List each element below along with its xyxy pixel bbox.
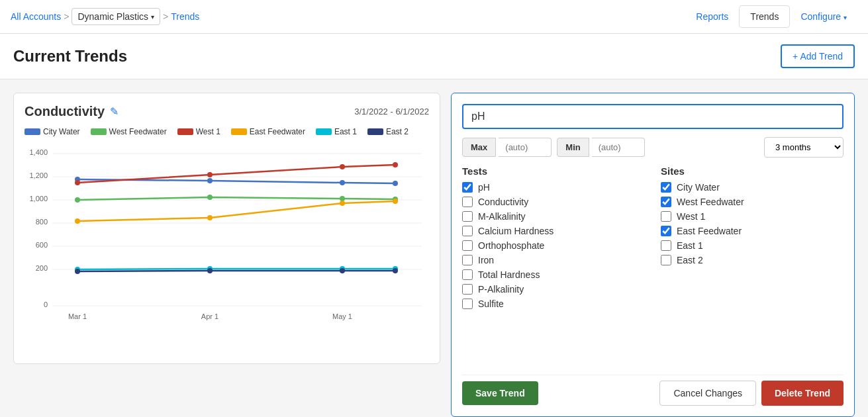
chart-header: Conductivity ✎ 3/1/2022 - 6/1/2022 (24, 104, 429, 119)
site-checkbox-city-water[interactable] (661, 182, 671, 193)
legend-label-east-2: East 2 (386, 127, 409, 136)
chart-title: Conductivity (24, 104, 105, 119)
site-item-east-1[interactable]: East 1 (661, 240, 844, 251)
site-checkbox-east-1[interactable] (661, 240, 671, 251)
svg-text:0: 0 (44, 301, 48, 308)
test-item-conductivity[interactable]: Conductivity (462, 197, 645, 207)
test-item-total-hardness[interactable]: Total Hardness (462, 269, 645, 280)
legend-item-east-feedwater: East Feedwater (231, 127, 305, 136)
svg-point-39 (340, 268, 345, 273)
trend-name-input[interactable] (462, 104, 844, 129)
svg-text:May 1: May 1 (332, 312, 352, 320)
chart-svg-container: 1,400 1,200 1,000 800 600 200 0 Mar 1 Ap… (24, 142, 429, 329)
svg-text:Mar 1: Mar 1 (68, 312, 87, 320)
chart-panel: Conductivity ✎ 3/1/2022 - 6/1/2022 City … (13, 93, 440, 364)
edit-icon[interactable]: ✎ (110, 105, 119, 118)
duration-select[interactable]: 3 months 1 month 6 months 1 year (764, 137, 844, 158)
svg-point-31 (340, 201, 345, 206)
main-content: Conductivity ✎ 3/1/2022 - 6/1/2022 City … (0, 79, 868, 417)
account-dropdown[interactable]: Dynamic Plastics ▾ (72, 8, 160, 25)
trend-editor-panel: Max Min 3 months 1 month 6 months 1 year… (451, 93, 855, 417)
legend-color-west-1 (177, 128, 193, 135)
delete-trend-button[interactable]: Delete Trend (761, 381, 844, 406)
svg-point-27 (340, 164, 345, 169)
test-checkbox-calcium-hardness[interactable] (462, 226, 473, 236)
legend-label-east-1: East 1 (334, 127, 357, 136)
min-input[interactable] (592, 138, 645, 157)
site-checkbox-east-2[interactable] (661, 255, 671, 265)
configure-nav-button[interactable]: Configure ▾ (790, 6, 857, 27)
legend-item-east-1: East 1 (316, 127, 357, 136)
svg-text:800: 800 (36, 218, 48, 226)
trends-link[interactable]: Trends (171, 11, 199, 22)
svg-point-28 (393, 162, 398, 167)
svg-point-23 (340, 196, 345, 201)
test-checkbox-p-alkalinity[interactable] (462, 284, 473, 295)
save-trend-button[interactable]: Save Trend (462, 381, 538, 405)
svg-point-26 (207, 172, 213, 177)
site-item-west-1[interactable]: West 1 (661, 211, 844, 222)
trends-nav-button[interactable]: Trends (739, 5, 790, 28)
test-item-m-alkalinity[interactable]: M-Alkalinity (462, 211, 645, 222)
legend-label-west-feedwater: West Feedwater (109, 127, 167, 136)
test-checkbox-orthophosphate[interactable] (462, 240, 473, 251)
site-checkbox-east-feedwater[interactable] (661, 226, 671, 236)
test-checkbox-iron[interactable] (462, 255, 473, 265)
svg-point-38 (207, 268, 213, 273)
legend-item-city-water: City Water (24, 127, 80, 136)
breadcrumb-sep-2: > (163, 11, 168, 22)
legend-item-east-2: East 2 (367, 127, 409, 136)
all-accounts-link[interactable]: All Accounts (11, 11, 61, 22)
breadcrumb: All Accounts > Dynamic Plastics ▾ > Tren… (11, 8, 199, 25)
test-item-p-alkalinity[interactable]: P-Alkalinity (462, 284, 645, 295)
test-checkbox-conductivity[interactable] (462, 197, 473, 207)
chart-svg: 1,400 1,200 1,000 800 600 200 0 Mar 1 Ap… (24, 142, 428, 327)
min-label: Min (557, 138, 589, 157)
range-controls: Max Min 3 months 1 month 6 months 1 year (462, 137, 844, 158)
svg-point-21 (75, 197, 80, 203)
legend-label-city-water: City Water (43, 127, 80, 136)
legend-color-west-feedwater (91, 128, 107, 135)
site-item-west-feedwater[interactable]: West Feedwater (661, 197, 844, 207)
svg-text:200: 200 (36, 264, 48, 272)
chart-date-range: 3/1/2022 - 6/1/2022 (354, 107, 429, 116)
min-group: Min (557, 138, 644, 157)
svg-text:600: 600 (36, 241, 48, 249)
page-title: Current Trends (13, 47, 127, 66)
site-checkbox-west-1[interactable] (661, 211, 671, 222)
legend-color-east-2 (367, 128, 383, 135)
test-checkbox-sulfite[interactable] (462, 299, 473, 309)
tests-column: Tests pH Conductivity M-Alkalinity Calci… (462, 165, 645, 313)
test-checkbox-m-alkalinity[interactable] (462, 211, 473, 222)
tests-sites-columns: Tests pH Conductivity M-Alkalinity Calci… (462, 165, 844, 313)
action-buttons: Save Trend Cancel Changes Delete Trend (462, 375, 844, 406)
chevron-down-icon: ▾ (151, 13, 154, 21)
add-trend-button[interactable]: + Add Trend (781, 44, 855, 68)
svg-point-29 (75, 218, 80, 224)
test-checkbox-total-hardness[interactable] (462, 269, 473, 280)
test-checkbox-ph[interactable] (462, 182, 473, 193)
site-checkbox-west-feedwater[interactable] (661, 197, 671, 207)
site-item-city-water[interactable]: City Water (661, 182, 844, 193)
test-item-iron[interactable]: Iron (462, 255, 645, 265)
max-group: Max (462, 138, 552, 157)
legend-label-east-feedwater: East Feedwater (250, 127, 305, 136)
account-name: Dynamic Plastics (77, 11, 148, 22)
max-input[interactable] (499, 138, 552, 157)
legend-color-east-feedwater (231, 128, 247, 135)
test-item-orthophosphate[interactable]: Orthophosphate (462, 240, 645, 251)
test-item-sulfite[interactable]: Sulfite (462, 299, 645, 309)
cancel-changes-button[interactable]: Cancel Changes (659, 381, 756, 406)
svg-point-32 (393, 199, 398, 204)
reports-nav-button[interactable]: Reports (685, 6, 739, 27)
site-item-east-feedwater[interactable]: East Feedwater (661, 226, 844, 236)
site-item-east-2[interactable]: East 2 (661, 255, 844, 265)
chart-legend: City Water West Feedwater West 1 East Fe… (24, 127, 429, 136)
sites-title: Sites (661, 165, 844, 177)
test-item-calcium-hardness[interactable]: Calcium Hardness (462, 226, 645, 236)
svg-point-22 (207, 195, 213, 200)
breadcrumb-sep-1: > (64, 11, 69, 22)
test-item-ph[interactable]: pH (462, 182, 645, 193)
page-header: Current Trends + Add Trend (0, 34, 868, 79)
legend-color-east-1 (316, 128, 332, 135)
